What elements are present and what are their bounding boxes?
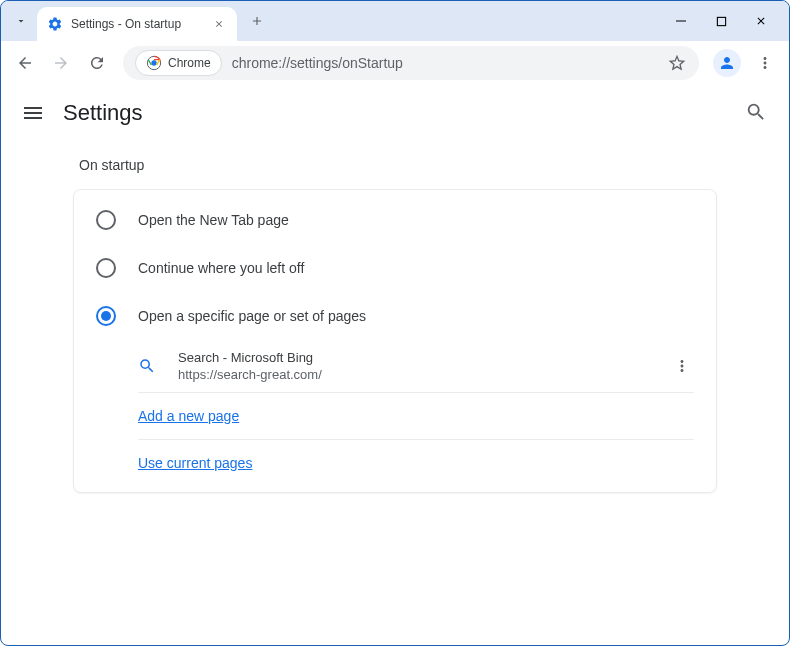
bookmark-star-icon[interactable]: [667, 53, 687, 73]
radio-icon: [96, 210, 116, 230]
radio-icon: [96, 258, 116, 278]
browser-menu-button[interactable]: [749, 47, 781, 79]
add-new-page-link[interactable]: Add a new page: [138, 408, 239, 424]
site-chip[interactable]: Chrome: [135, 50, 222, 76]
search-icon: [138, 357, 156, 375]
window-controls: [661, 5, 781, 37]
forward-button[interactable]: [45, 47, 77, 79]
startup-page-title: Search - Microsoft Bing: [178, 350, 648, 365]
radio-specific-pages[interactable]: Open a specific page or set of pages: [74, 292, 716, 340]
site-chip-label: Chrome: [168, 56, 211, 70]
section-title: On startup: [73, 157, 717, 173]
use-current-pages-link[interactable]: Use current pages: [138, 455, 252, 471]
radio-label: Continue where you left off: [138, 260, 304, 276]
search-button[interactable]: [745, 101, 769, 125]
new-tab-button[interactable]: [243, 7, 271, 35]
tab-title: Settings - On startup: [71, 17, 203, 31]
settings-icon: [47, 16, 63, 32]
profile-button[interactable]: [713, 49, 741, 77]
radio-label: Open a specific page or set of pages: [138, 308, 366, 324]
browser-toolbar: Chrome chrome://settings/onStartup: [1, 41, 789, 85]
svg-rect-0: [676, 21, 686, 22]
page-title: Settings: [63, 100, 727, 126]
radio-open-new-tab[interactable]: Open the New Tab page: [74, 196, 716, 244]
url-text: chrome://settings/onStartup: [232, 55, 657, 71]
startup-page-row: Search - Microsoft Bing https://search-g…: [74, 340, 716, 392]
hamburger-menu-icon[interactable]: [21, 101, 45, 125]
maximize-button[interactable]: [701, 5, 741, 37]
titlebar: Settings - On startup: [1, 1, 789, 41]
close-window-button[interactable]: [741, 5, 781, 37]
tab-close-button[interactable]: [211, 16, 227, 32]
reload-button[interactable]: [81, 47, 113, 79]
chrome-icon: [146, 55, 162, 71]
settings-header: Settings: [1, 85, 789, 141]
page-row-menu-button[interactable]: [670, 354, 694, 378]
svg-rect-1: [717, 17, 725, 25]
minimize-button[interactable]: [661, 5, 701, 37]
startup-page-url: https://search-great.com/: [178, 367, 648, 382]
tab-search-dropdown[interactable]: [11, 11, 31, 31]
radio-icon-selected: [96, 306, 116, 326]
content-area: On startup Open the New Tab page Continu…: [1, 141, 789, 645]
browser-tab[interactable]: Settings - On startup: [37, 7, 237, 41]
radio-continue[interactable]: Continue where you left off: [74, 244, 716, 292]
back-button[interactable]: [9, 47, 41, 79]
address-bar[interactable]: Chrome chrome://settings/onStartup: [123, 46, 699, 80]
startup-card: Open the New Tab page Continue where you…: [73, 189, 717, 493]
radio-label: Open the New Tab page: [138, 212, 289, 228]
svg-point-3: [151, 60, 156, 65]
